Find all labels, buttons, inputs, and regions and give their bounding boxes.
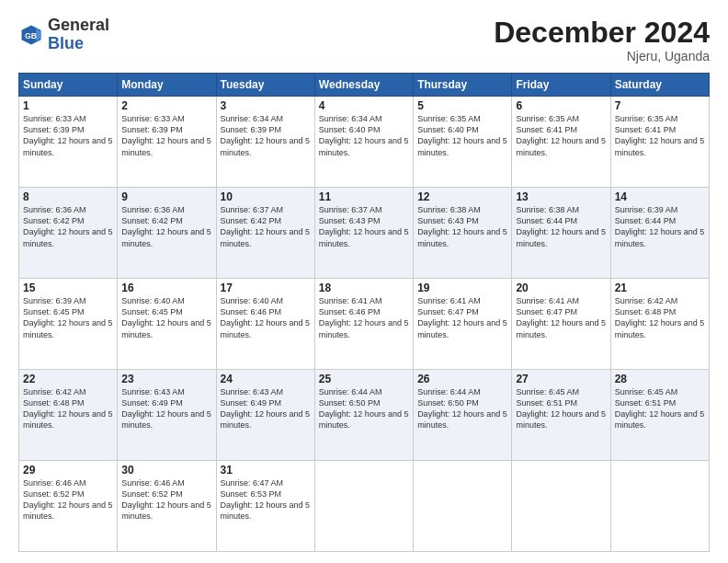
calendar-cell: [610, 461, 709, 552]
day-number: 30: [121, 464, 211, 477]
day-info: Sunrise: 6:37 AMSunset: 6:42 PMDaylight:…: [221, 204, 311, 249]
day-info: Sunrise: 6:35 AMSunset: 6:41 PMDaylight:…: [615, 113, 705, 158]
calendar-cell: 14Sunrise: 6:39 AMSunset: 6:44 PMDayligh…: [610, 188, 709, 279]
day-info: Sunrise: 6:41 AMSunset: 6:47 PMDaylight:…: [516, 295, 606, 340]
day-info: Sunrise: 6:36 AMSunset: 6:42 PMDaylight:…: [121, 204, 211, 249]
logo-blue: Blue: [48, 34, 84, 52]
day-info: Sunrise: 6:41 AMSunset: 6:47 PMDaylight:…: [417, 295, 507, 340]
col-header-saturday: Saturday: [610, 74, 709, 97]
logo-general: General: [48, 16, 109, 34]
day-info: Sunrise: 6:42 AMSunset: 6:48 PMDaylight:…: [23, 386, 113, 431]
col-header-thursday: Thursday: [414, 74, 512, 97]
logo-icon: GB: [18, 22, 44, 48]
day-number: 9: [121, 190, 211, 203]
day-info: Sunrise: 6:43 AMSunset: 6:49 PMDaylight:…: [221, 386, 311, 431]
day-info: Sunrise: 6:33 AMSunset: 6:39 PMDaylight:…: [121, 113, 211, 158]
calendar-cell: 23Sunrise: 6:43 AMSunset: 6:49 PMDayligh…: [118, 370, 216, 461]
calendar-cell: 7Sunrise: 6:35 AMSunset: 6:41 PMDaylight…: [610, 97, 709, 188]
day-number: 1: [23, 99, 113, 112]
day-info: Sunrise: 6:34 AMSunset: 6:39 PMDaylight:…: [221, 113, 311, 158]
calendar-cell: 15Sunrise: 6:39 AMSunset: 6:45 PMDayligh…: [19, 279, 118, 370]
calendar-cell: 26Sunrise: 6:44 AMSunset: 6:50 PMDayligh…: [414, 370, 512, 461]
calendar-cell: 19Sunrise: 6:41 AMSunset: 6:47 PMDayligh…: [414, 279, 512, 370]
day-number: 8: [23, 190, 113, 203]
calendar-cell: [414, 461, 512, 552]
day-number: 18: [319, 282, 409, 294]
day-number: 22: [23, 373, 113, 385]
day-number: 23: [121, 373, 211, 385]
day-info: Sunrise: 6:47 AMSunset: 6:53 PMDaylight:…: [221, 477, 311, 523]
calendar-cell: 28Sunrise: 6:45 AMSunset: 6:51 PMDayligh…: [610, 370, 709, 461]
day-number: 6: [516, 99, 606, 112]
calendar-cell: 30Sunrise: 6:46 AMSunset: 6:52 PMDayligh…: [118, 461, 216, 552]
day-number: 29: [23, 464, 113, 477]
calendar-cell: 5Sunrise: 6:35 AMSunset: 6:40 PMDaylight…: [414, 97, 512, 188]
day-info: Sunrise: 6:34 AMSunset: 6:40 PMDaylight:…: [319, 113, 409, 158]
calendar-cell: 29Sunrise: 6:46 AMSunset: 6:52 PMDayligh…: [19, 461, 118, 552]
day-info: Sunrise: 6:40 AMSunset: 6:46 PMDaylight:…: [221, 295, 311, 340]
svg-text:GB: GB: [25, 30, 37, 40]
day-info: Sunrise: 6:45 AMSunset: 6:51 PMDaylight:…: [516, 386, 606, 431]
calendar-cell: 18Sunrise: 6:41 AMSunset: 6:46 PMDayligh…: [314, 279, 413, 370]
calendar-cell: 12Sunrise: 6:38 AMSunset: 6:43 PMDayligh…: [414, 188, 512, 279]
calendar-cell: 27Sunrise: 6:45 AMSunset: 6:51 PMDayligh…: [512, 370, 610, 461]
col-header-tuesday: Tuesday: [216, 74, 314, 97]
logo: GB General Blue: [18, 17, 109, 53]
day-number: 12: [417, 190, 507, 203]
calendar-cell: 13Sunrise: 6:38 AMSunset: 6:44 PMDayligh…: [512, 188, 610, 279]
calendar-cell: 2Sunrise: 6:33 AMSunset: 6:39 PMDaylight…: [118, 97, 216, 188]
day-info: Sunrise: 6:39 AMSunset: 6:44 PMDaylight:…: [615, 204, 705, 249]
calendar-cell: 10Sunrise: 6:37 AMSunset: 6:42 PMDayligh…: [216, 188, 314, 279]
calendar-cell: 11Sunrise: 6:37 AMSunset: 6:43 PMDayligh…: [314, 188, 413, 279]
day-number: 15: [23, 282, 113, 294]
day-number: 4: [319, 99, 409, 112]
day-info: Sunrise: 6:42 AMSunset: 6:48 PMDaylight:…: [615, 295, 705, 340]
day-number: 20: [516, 282, 606, 294]
day-number: 3: [221, 99, 311, 112]
day-info: Sunrise: 6:46 AMSunset: 6:52 PMDaylight:…: [23, 477, 113, 523]
calendar-cell: 24Sunrise: 6:43 AMSunset: 6:49 PMDayligh…: [216, 370, 314, 461]
calendar-cell: 6Sunrise: 6:35 AMSunset: 6:41 PMDaylight…: [512, 97, 610, 188]
day-info: Sunrise: 6:33 AMSunset: 6:39 PMDaylight:…: [23, 113, 113, 158]
day-info: Sunrise: 6:40 AMSunset: 6:45 PMDaylight:…: [121, 295, 211, 340]
day-number: 26: [417, 373, 507, 385]
day-info: Sunrise: 6:44 AMSunset: 6:50 PMDaylight:…: [319, 386, 409, 431]
header: GB General Blue December 2024 Njeru, Uga…: [18, 17, 710, 63]
calendar-cell: 1Sunrise: 6:33 AMSunset: 6:39 PMDaylight…: [19, 97, 118, 188]
day-number: 17: [221, 282, 311, 294]
calendar-cell: 3Sunrise: 6:34 AMSunset: 6:39 PMDaylight…: [216, 97, 314, 188]
col-header-monday: Monday: [118, 74, 216, 97]
day-info: Sunrise: 6:44 AMSunset: 6:50 PMDaylight:…: [417, 386, 507, 431]
day-info: Sunrise: 6:36 AMSunset: 6:42 PMDaylight:…: [23, 204, 113, 249]
location-subtitle: Njeru, Uganda: [494, 49, 710, 63]
calendar-cell: 8Sunrise: 6:36 AMSunset: 6:42 PMDaylight…: [19, 188, 118, 279]
col-header-sunday: Sunday: [19, 74, 118, 97]
day-number: 16: [121, 282, 211, 294]
day-info: Sunrise: 6:39 AMSunset: 6:45 PMDaylight:…: [23, 295, 113, 340]
month-title: December 2024: [494, 17, 710, 49]
day-number: 27: [516, 373, 606, 385]
calendar-cell: 9Sunrise: 6:36 AMSunset: 6:42 PMDaylight…: [118, 188, 216, 279]
day-number: 11: [319, 190, 409, 203]
calendar-cell: 21Sunrise: 6:42 AMSunset: 6:48 PMDayligh…: [610, 279, 709, 370]
day-info: Sunrise: 6:45 AMSunset: 6:51 PMDaylight:…: [615, 386, 705, 431]
day-number: 7: [615, 99, 705, 112]
day-number: 21: [615, 282, 705, 294]
calendar-cell: 17Sunrise: 6:40 AMSunset: 6:46 PMDayligh…: [216, 279, 314, 370]
day-info: Sunrise: 6:37 AMSunset: 6:43 PMDaylight:…: [319, 204, 409, 249]
col-header-wednesday: Wednesday: [314, 74, 413, 97]
day-info: Sunrise: 6:46 AMSunset: 6:52 PMDaylight:…: [121, 477, 211, 523]
day-number: 24: [221, 373, 311, 385]
day-info: Sunrise: 6:35 AMSunset: 6:40 PMDaylight:…: [417, 113, 507, 158]
day-number: 14: [615, 190, 705, 203]
day-info: Sunrise: 6:38 AMSunset: 6:43 PMDaylight:…: [417, 204, 507, 249]
day-number: 5: [417, 99, 507, 112]
day-info: Sunrise: 6:35 AMSunset: 6:41 PMDaylight:…: [516, 113, 606, 158]
calendar-cell: [512, 461, 610, 552]
logo-text: General Blue: [48, 17, 109, 53]
day-number: 19: [417, 282, 507, 294]
day-number: 10: [221, 190, 311, 203]
page: GB General Blue December 2024 Njeru, Uga…: [0, 0, 728, 563]
day-number: 25: [319, 373, 409, 385]
calendar-cell: 16Sunrise: 6:40 AMSunset: 6:45 PMDayligh…: [118, 279, 216, 370]
